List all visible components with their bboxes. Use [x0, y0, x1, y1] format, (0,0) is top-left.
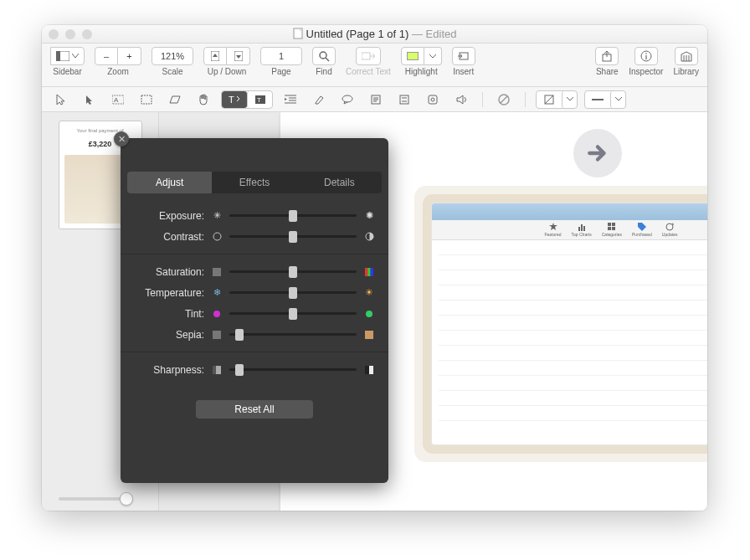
- sound-tool[interactable]: [450, 90, 472, 109]
- saturation-track[interactable]: [229, 266, 357, 278]
- slider-knob-icon[interactable]: [289, 266, 297, 278]
- sepia-square-icon: [363, 329, 375, 341]
- svg-text:T: T: [229, 95, 234, 105]
- text-tool[interactable]: T: [222, 91, 247, 108]
- svg-point-47: [666, 223, 673, 230]
- svg-point-54: [213, 311, 220, 317]
- share-button[interactable]: [595, 47, 619, 65]
- eraser-tool[interactable]: [164, 90, 186, 109]
- close-window-icon[interactable]: [49, 29, 59, 39]
- thumb-size-slider[interactable]: [59, 497, 133, 501]
- library-button[interactable]: [675, 47, 698, 65]
- svg-rect-43: [608, 223, 611, 226]
- sidebar-button[interactable]: [50, 47, 85, 65]
- highlighter-tool[interactable]: [308, 90, 330, 109]
- sharpness-track[interactable]: [229, 364, 357, 376]
- exposure-track[interactable]: [229, 210, 357, 222]
- indent-tool[interactable]: [280, 90, 301, 109]
- temperature-slider: Temperature: ❄ ☀: [134, 282, 375, 303]
- gray-square-icon: [211, 329, 223, 341]
- inspector-button[interactable]: [634, 47, 658, 65]
- highlight-menu-button[interactable]: [424, 47, 442, 65]
- svg-rect-50: [213, 268, 221, 276]
- reset-all-button[interactable]: Reset All: [196, 400, 313, 419]
- form-tool[interactable]: [393, 90, 415, 109]
- minimize-window-icon[interactable]: [65, 29, 75, 39]
- svg-rect-56: [213, 331, 221, 339]
- tab-details[interactable]: Details: [297, 172, 382, 193]
- adjust-body: Exposure: ✳ ✺ Contrast: Saturation: Temp…: [121, 193, 388, 430]
- titlebar: Untitled (Page 1 of 1) — Edited: [42, 25, 707, 44]
- sepia-track[interactable]: [229, 329, 357, 341]
- note-tool[interactable]: [365, 90, 387, 109]
- tint-track[interactable]: [229, 308, 357, 320]
- contrast-track[interactable]: [229, 231, 357, 243]
- close-panel-button[interactable]: ✕: [114, 131, 129, 146]
- sidebar-icon: [56, 51, 69, 61]
- insert-label: Insert: [453, 67, 474, 76]
- svg-text:A: A: [114, 96, 119, 104]
- scale-field[interactable]: 121%: [152, 47, 193, 65]
- adjust-color-panel: ✕ Adjust Effects Details Exposure: ✳ ✺ C…: [121, 138, 388, 483]
- svg-point-48: [213, 233, 221, 240]
- list-item: UPDATE: [439, 319, 707, 331]
- adjust-tabs: Adjust Effects Details: [127, 172, 382, 193]
- chevron-down-icon: [72, 54, 79, 59]
- list-item: UPDATE: [439, 409, 707, 421]
- svg-point-35: [431, 98, 434, 101]
- slider-knob-icon[interactable]: [289, 210, 297, 222]
- star-icon: [549, 223, 557, 231]
- blur-square-icon: [211, 364, 223, 376]
- text-box-tool[interactable]: T: [247, 91, 272, 108]
- zoom-window-icon[interactable]: [82, 29, 92, 39]
- zoom-in-button[interactable]: +: [118, 47, 141, 65]
- line-menu[interactable]: [610, 91, 625, 108]
- zoom-out-button[interactable]: –: [95, 47, 118, 65]
- highlight-color-icon: [407, 52, 419, 60]
- line-tool[interactable]: [585, 91, 610, 108]
- list-item: UPDATE: [439, 304, 707, 316]
- appstore-tab: Purchased: [632, 223, 652, 237]
- sidebar-label: Sidebar: [53, 67, 81, 76]
- inspector-tool: Inspector: [629, 47, 663, 76]
- sidebar-tool: Sidebar: [50, 47, 85, 76]
- circle-icon: [211, 231, 223, 243]
- appstore-tab: Categories: [602, 223, 622, 237]
- shape-menu[interactable]: [562, 91, 577, 108]
- arrow-up-box-icon: [211, 51, 219, 61]
- comment-tool[interactable]: [336, 90, 358, 109]
- list-item: INSTALL: [439, 349, 707, 361]
- hand-tool[interactable]: [193, 90, 214, 109]
- slider-knob-icon[interactable]: [235, 329, 244, 341]
- correct-label: Correct Text: [346, 67, 391, 76]
- slider-knob-icon[interactable]: [289, 231, 297, 243]
- slider-knob-icon[interactable]: [235, 364, 244, 376]
- svg-rect-46: [612, 227, 615, 230]
- marquee-tool[interactable]: [136, 90, 157, 109]
- cool-icon: ❄: [211, 287, 223, 299]
- shape-tool[interactable]: [537, 91, 562, 108]
- move-tool[interactable]: [50, 90, 72, 109]
- insert-button[interactable]: [452, 47, 475, 65]
- tab-adjust[interactable]: Adjust: [127, 172, 212, 193]
- tab-effects[interactable]: Effects: [212, 172, 296, 193]
- share-tool: Share: [595, 47, 619, 76]
- text-select-tool[interactable]: A: [107, 90, 129, 109]
- slider-knob-icon[interactable]: [120, 492, 133, 506]
- page-field[interactable]: 1: [260, 47, 302, 65]
- find-button[interactable]: [312, 47, 336, 65]
- svg-rect-57: [365, 331, 373, 339]
- svg-line-37: [501, 96, 507, 103]
- slider-knob-icon[interactable]: [289, 287, 297, 299]
- highlight-button[interactable]: [401, 47, 424, 65]
- page-up-button[interactable]: [203, 47, 227, 65]
- svg-point-55: [366, 311, 372, 317]
- no-action-tool[interactable]: [493, 90, 515, 109]
- temperature-track[interactable]: [229, 287, 357, 299]
- sharpness-slider: Sharpness:: [134, 359, 375, 380]
- svg-rect-61: [369, 366, 373, 374]
- page-down-button[interactable]: [227, 47, 250, 65]
- link-tool[interactable]: [422, 90, 444, 109]
- slider-knob-icon[interactable]: [289, 308, 297, 320]
- select-tool[interactable]: [79, 90, 100, 109]
